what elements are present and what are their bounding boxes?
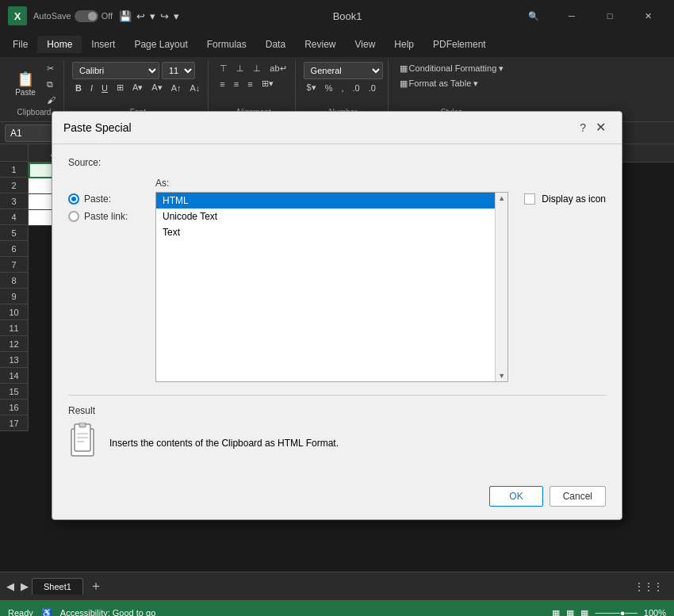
dialog-titlebar: Paste Special ? ✕ [52, 112, 622, 144]
result-content: Inserts the contents of the Clipboard as… [68, 423, 606, 464]
display-as-icon-label: Display as icon [542, 193, 606, 205]
dialog-source-label: Source: [68, 157, 606, 168]
as-listbox[interactable]: HTML Unicode Text Text ▲ ▼ [155, 192, 508, 382]
dialog-main: Paste: Paste link: As: HTML Unicode Text… [68, 178, 606, 382]
dialog-footer: OK Cancel [52, 476, 622, 519]
cancel-button[interactable]: Cancel [550, 486, 606, 507]
as-label: As: [155, 178, 508, 189]
as-item-html[interactable]: HTML [156, 193, 507, 209]
dialog-overlay: Paste Special ? ✕ Source: Paste: Paste l… [0, 0, 674, 616]
paste-radio-label: Paste: [84, 193, 111, 205]
dialog-help-button[interactable]: ? [575, 120, 591, 136]
result-label: Result [68, 405, 606, 416]
paste-options: Paste: Paste link: [68, 178, 140, 382]
dialog-title: Paste Special [63, 121, 575, 134]
paste-link-radio-button[interactable] [68, 211, 79, 222]
result-description: Inserts the contents of the Clipboard as… [109, 438, 339, 449]
as-item-text[interactable]: Text [156, 224, 507, 240]
paste-radio-button[interactable] [68, 193, 79, 205]
display-as-icon-checkbox[interactable] [524, 193, 535, 205]
paste-link-radio-option[interactable]: Paste link: [68, 211, 140, 222]
as-item-unicode-text[interactable]: Unicode Text [156, 209, 507, 224]
ok-button[interactable]: OK [489, 486, 542, 507]
display-as-icon-section: Display as icon [524, 178, 606, 382]
paste-link-radio-label: Paste link: [84, 211, 128, 222]
scroll-up-arrow[interactable]: ▲ [496, 193, 507, 204]
svg-rect-2 [79, 423, 86, 427]
result-section: Result Inserts the contents of the Clipb… [68, 395, 606, 464]
result-clipboard-icon [68, 423, 100, 464]
paste-special-dialog: Paste Special ? ✕ Source: Paste: Paste l… [52, 111, 622, 520]
dialog-body: Source: Paste: Paste link: As: [52, 144, 622, 476]
paste-radio-option[interactable]: Paste: [68, 193, 140, 205]
dialog-close-button[interactable]: ✕ [591, 120, 611, 136]
listbox-scrollbar[interactable]: ▲ ▼ [495, 193, 507, 381]
as-section: As: HTML Unicode Text Text ▲ ▼ [155, 178, 508, 382]
scroll-down-arrow[interactable]: ▼ [496, 370, 507, 381]
